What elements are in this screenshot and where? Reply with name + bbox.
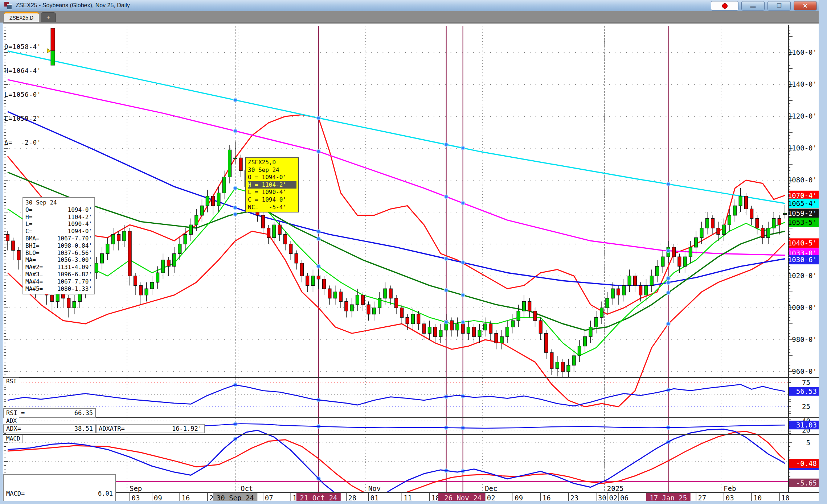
date-tick-label: 03 <box>726 494 734 502</box>
readout-low: L=1056-0' <box>4 91 41 99</box>
rsi-axis-label: 25 <box>802 402 810 410</box>
candle <box>617 285 620 305</box>
candle <box>317 269 320 289</box>
crosshair-dot <box>317 230 320 234</box>
candle <box>417 311 420 330</box>
price-axis-label: 1100-0' <box>788 144 817 152</box>
candle <box>594 311 598 334</box>
svg-text:31.03: 31.03 <box>796 421 817 429</box>
month-label: Dec <box>485 484 497 492</box>
adx-value-badge: 31.03 <box>789 421 819 429</box>
title-bar[interactable]: ZSEX25 - Soybeans (Globex), Nov 25, Dail… <box>0 0 827 11</box>
maximize-icon: ❐ <box>777 3 781 9</box>
candle <box>589 321 592 343</box>
price-axis-label: 1140-0' <box>788 80 817 88</box>
candle <box>633 273 636 292</box>
candle <box>167 257 170 276</box>
candle <box>267 225 270 244</box>
candle <box>212 193 215 215</box>
crosshair-dot <box>233 212 237 216</box>
candle <box>73 295 76 314</box>
minimize-button[interactable]: ▬ <box>741 1 765 11</box>
close-button[interactable]: ✕ <box>794 1 817 11</box>
current-bar-preview <box>47 28 58 67</box>
svg-text:21 Oct 24: 21 Oct 24 <box>300 494 337 502</box>
tooltip-symbol: ZSEX25,D <box>248 159 296 166</box>
date-badge: 26 Nov 24 <box>441 493 485 502</box>
candle <box>711 215 715 235</box>
close-icon: ✕ <box>803 3 807 9</box>
candle <box>450 317 454 336</box>
price-axis-label: 1160-0' <box>788 48 817 56</box>
candle <box>400 305 404 324</box>
candle <box>333 285 337 305</box>
crosshair-dot <box>317 150 320 153</box>
crosshair-dot <box>445 195 448 199</box>
tooltip-row: NC= -5-4' <box>248 204 296 211</box>
date-tick-label: 02 <box>609 494 617 502</box>
svg-text:1030-6': 1030-6' <box>788 256 817 264</box>
candle <box>128 228 131 285</box>
record-icon <box>722 3 728 9</box>
window-title: ZSEX25 - Soybeans (Globex), Nov 25, Dail… <box>16 2 130 9</box>
candle <box>567 359 570 378</box>
candle <box>178 237 181 260</box>
svg-text:26 Nov 24: 26 Nov 24 <box>444 494 482 502</box>
candle <box>472 324 476 343</box>
tab-zsex25d[interactable]: ZSEX25,D <box>4 12 39 22</box>
candle <box>278 222 281 241</box>
candle <box>689 241 692 263</box>
adx-readout: ADX= 38.51 <box>3 424 96 433</box>
crosshair-dot <box>445 321 448 324</box>
candle <box>606 292 609 314</box>
candle <box>528 298 531 318</box>
crosshair-dot <box>667 291 670 294</box>
candle <box>300 260 303 282</box>
cursor-data-row: MA#2=1131-4.09' <box>25 264 92 271</box>
candle <box>733 199 737 222</box>
tab-bar: ZSEX25,D + <box>0 11 827 22</box>
cursor-data-row: BMA=1067-7.70' <box>25 235 92 242</box>
candle <box>50 292 54 311</box>
candle <box>139 282 143 305</box>
app-logo-icon <box>4 2 12 9</box>
crosshair-dot <box>667 182 670 186</box>
rsi-readout: RSI = 66.35 <box>3 408 96 418</box>
tooltip-date: 30 Sep 24 <box>248 166 296 174</box>
candle <box>311 269 315 292</box>
cursor-data-row: C=1094-0' <box>25 228 92 235</box>
record-button[interactable] <box>711 1 738 11</box>
cursor-data-row: L=1090-4' <box>25 220 92 228</box>
date-badge: 21 Oct 24 <box>296 493 341 502</box>
bar-tooltip: ZSEX25,D 30 Sep 24 O = 1094-0'H = 1104-2… <box>245 157 299 212</box>
cursor-data-row: MA#4=1067-7.70' <box>25 278 92 285</box>
crosshair-dot <box>233 129 237 133</box>
date-tick-label: 18 <box>781 494 790 502</box>
month-label: Feb <box>724 484 736 492</box>
adx-readout-value: 38.51 <box>74 425 93 432</box>
candle <box>150 276 153 295</box>
candle <box>456 317 459 336</box>
ruler-ticks <box>4 27 793 488</box>
maximize-button[interactable]: ❐ <box>767 1 791 11</box>
readout-open: O=1058-4' <box>4 43 41 51</box>
candle <box>778 215 781 235</box>
month-label: Oct <box>241 484 253 492</box>
crosshair-dot <box>461 201 465 205</box>
candle <box>556 356 559 376</box>
date-tick-label: 09 <box>515 494 523 502</box>
adx-pane-label: ADX <box>4 417 19 425</box>
add-tab-button[interactable]: + <box>41 12 56 22</box>
candle <box>12 237 15 260</box>
candle <box>628 269 631 292</box>
macd-readout: MACD= 6.01 MACDA= 5.54 <box>3 474 116 504</box>
macd-axis-label: 5 <box>806 439 810 447</box>
candle <box>656 260 659 282</box>
month-label: 2025 <box>607 484 624 492</box>
minimize-icon: ▬ <box>750 3 756 9</box>
window-bottom-border <box>0 501 827 504</box>
price-badge: 1065-4' <box>788 199 819 208</box>
cursor-data-row: MA#3=1096-6.82' <box>25 271 92 278</box>
readout-high: H=1064-4' <box>4 67 41 75</box>
crosshair-dot <box>233 206 237 210</box>
